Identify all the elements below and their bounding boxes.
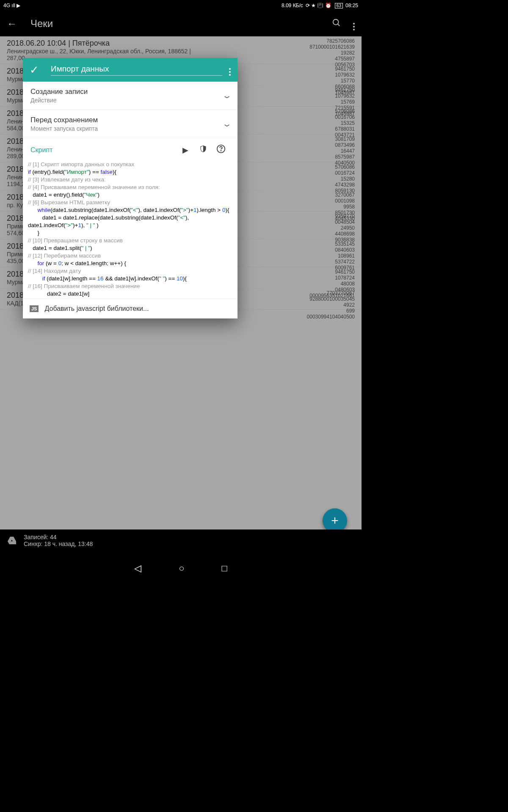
moment-section[interactable]: Перед сохранением Момент запуска скрипта… — [23, 110, 237, 138]
battery-icon: 63 — [335, 3, 343, 8]
page-title: Чеки — [30, 18, 320, 30]
status-icons: ⟳ ★ 📳 ⏰ — [306, 3, 331, 8]
shield-icon[interactable] — [194, 145, 212, 155]
action-subtitle: Действие — [30, 97, 224, 104]
overflow-menu-icon[interactable] — [353, 17, 355, 30]
add-library-row[interactable]: JS Добавить javascript библиотеки... — [23, 299, 237, 318]
js-icon: JS — [30, 305, 39, 312]
clock: 08:25 — [345, 3, 358, 8]
script-editor[interactable]: // [1] Скрипт импорта данных о покупках … — [23, 159, 237, 299]
app-bar: ← Чеки — [0, 11, 362, 36]
moment-subtitle: Момент запуска скрипта — [30, 125, 224, 132]
dialog-menu-icon[interactable] — [229, 64, 231, 76]
search-icon[interactable] — [332, 18, 341, 30]
import-dialog: ✓ Создание записи Действие ⌄ Перед сохра… — [23, 58, 237, 318]
help-icon[interactable] — [212, 144, 230, 156]
svg-line-1 — [338, 24, 340, 26]
network-speed: 8.09 КБ/с — [282, 3, 303, 8]
dialog-title-input[interactable] — [51, 64, 222, 76]
nav-bar: ◁ ○ □ — [0, 559, 362, 578]
svg-point-0 — [333, 19, 339, 25]
svg-point-3 — [221, 151, 221, 151]
back-icon[interactable]: ← — [7, 18, 17, 30]
records-count: Записей: 44 — [24, 534, 93, 540]
status-bar: 4G ıll ▶ 8.09 КБ/с ⟳ ★ 📳 ⏰ 63 08:25 — [0, 0, 362, 11]
moment-title: Перед сохранением — [30, 116, 224, 124]
nav-recent-icon[interactable]: □ — [222, 563, 227, 574]
script-label: Скрипт — [30, 146, 177, 154]
sync-status: Синхр: 18 ч. назад, 13:48 — [24, 540, 93, 547]
script-header: Скрипт ▶ — [23, 138, 237, 159]
action-title: Создание записи — [30, 88, 224, 96]
chevron-down-icon: ⌄ — [222, 91, 232, 100]
chevron-down-icon: ⌄ — [222, 119, 232, 129]
signal-icon: 4G ıll ▶ — [3, 3, 20, 8]
sync-bar: Записей: 44 Синхр: 18 ч. назад, 13:48 — [0, 529, 362, 551]
drive-icon — [7, 535, 17, 546]
dialog-header: ✓ — [23, 58, 237, 82]
play-icon[interactable]: ▶ — [177, 145, 194, 155]
action-section[interactable]: Создание записи Действие ⌄ — [23, 82, 237, 110]
nav-back-icon[interactable]: ◁ — [134, 563, 141, 574]
confirm-icon[interactable]: ✓ — [30, 63, 39, 77]
add-library-label: Добавить javascript библиотеки... — [44, 305, 149, 313]
nav-home-icon[interactable]: ○ — [179, 563, 184, 574]
